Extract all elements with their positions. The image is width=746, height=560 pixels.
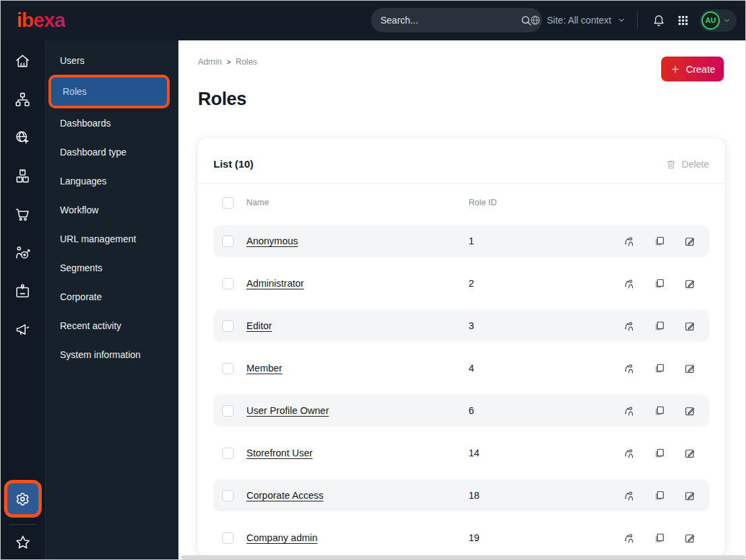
edit-button[interactable] [683, 447, 696, 460]
role-name-link[interactable]: Corporate Access [246, 490, 469, 501]
row-checkbox[interactable] [222, 405, 234, 417]
nav-products[interactable] [0, 157, 46, 195]
role-name-link[interactable]: Administrator [246, 278, 469, 289]
sidebar-item-url-management[interactable]: URL management [46, 224, 178, 253]
topbar: ibexa Site: All context AU [0, 0, 746, 40]
role-name-link[interactable]: Member [246, 363, 469, 374]
copy-button[interactable] [653, 447, 666, 460]
nav-home[interactable] [0, 42, 46, 80]
role-id: 19 [469, 532, 618, 543]
breadcrumb-admin[interactable]: Admin [198, 57, 222, 67]
horizontal-scrollbar[interactable] [181, 555, 745, 559]
site-context-selector[interactable]: Site: All context [529, 14, 626, 26]
copy-button[interactable] [653, 320, 666, 332]
megaphone-icon [14, 321, 31, 338]
row-checkbox[interactable] [222, 532, 234, 544]
rail-divider [9, 524, 36, 525]
nav-corporate[interactable] [0, 272, 46, 310]
copy-button[interactable] [653, 362, 666, 375]
row-checkbox[interactable] [222, 236, 234, 247]
star-icon [14, 534, 32, 551]
plus-icon [670, 64, 681, 75]
apps-grid-button[interactable] [673, 10, 693, 30]
edit-button[interactable] [683, 532, 696, 545]
nav-bookmarks[interactable] [0, 528, 46, 557]
table-row: Editor 3 [213, 310, 709, 342]
search-input[interactable] [380, 15, 520, 26]
assign-user-button[interactable] [623, 489, 636, 502]
sidebar-item-dashboard-type[interactable]: Dashboard type [46, 137, 178, 166]
notifications-button[interactable] [648, 10, 669, 30]
nav-personalization[interactable] [0, 234, 46, 272]
nav-commerce[interactable] [0, 195, 46, 234]
breadcrumb-roles: Roles [236, 57, 257, 67]
sidebar-item-roles[interactable]: Roles [48, 75, 170, 108]
main-content: Admin > Roles Create Roles List (10) Del… [178, 40, 746, 560]
table-row: Administrator 2 [213, 267, 709, 300]
nav-marketing[interactable] [0, 310, 46, 349]
admin-menu: Users Roles Dashboards Dashboard type La… [46, 40, 178, 560]
assign-user-button[interactable] [623, 532, 636, 545]
sidebar-item-languages[interactable]: Languages [46, 166, 178, 195]
assign-user-button[interactable] [623, 320, 636, 332]
assign-user-button[interactable] [623, 447, 636, 460]
sidebar-item-segments[interactable]: Segments [46, 253, 178, 282]
list-title: List (10) [213, 158, 253, 170]
role-id: 18 [469, 490, 618, 501]
global-search[interactable] [371, 8, 542, 32]
role-name-link[interactable]: Storefront User [246, 448, 469, 458]
row-checkbox[interactable] [222, 363, 234, 374]
column-header-role-id: Role ID [469, 198, 618, 207]
edit-button[interactable] [683, 489, 696, 502]
avatar[interactable]: AU [702, 11, 720, 30]
assign-user-button[interactable] [623, 235, 636, 248]
page-title: Roles [198, 89, 246, 110]
globe-cursor-icon [14, 129, 31, 146]
assign-user-button[interactable] [623, 405, 636, 417]
sidebar-item-workflow[interactable]: Workflow [46, 195, 178, 224]
copy-button[interactable] [653, 405, 666, 417]
create-button[interactable]: Create [661, 57, 724, 81]
edit-button[interactable] [683, 362, 696, 375]
edit-button[interactable] [683, 405, 696, 417]
table-header: Name Role ID [213, 190, 709, 215]
row-checkbox[interactable] [222, 448, 234, 459]
ibexa-logo: ibexa [17, 9, 65, 32]
role-name-link[interactable]: User Profile Owner [246, 405, 469, 416]
role-name-link[interactable]: Anonymous [246, 236, 469, 246]
globe-icon [529, 14, 541, 26]
copy-button[interactable] [653, 489, 666, 502]
copy-button[interactable] [653, 277, 666, 290]
role-id: 1 [469, 236, 618, 246]
sidebar-item-system-information[interactable]: System information [46, 340, 178, 369]
edit-button[interactable] [683, 235, 696, 248]
edit-button[interactable] [683, 277, 696, 290]
cart-icon [14, 206, 31, 223]
copy-button[interactable] [653, 532, 666, 545]
sidebar-item-users[interactable]: Users [46, 46, 178, 75]
select-all-checkbox[interactable] [222, 197, 234, 209]
assign-user-button[interactable] [623, 362, 636, 375]
row-checkbox[interactable] [222, 320, 234, 332]
nav-content-tree[interactable] [0, 80, 46, 118]
edit-button[interactable] [683, 320, 696, 332]
sidebar-item-corporate[interactable]: Corporate [46, 282, 178, 311]
delete-button[interactable]: Delete [665, 159, 709, 170]
table-row: Corporate Access 18 [213, 479, 709, 512]
user-menu[interactable]: AU [700, 9, 737, 32]
target-user-icon [14, 244, 31, 261]
trash-icon [665, 159, 677, 170]
role-id: 3 [469, 320, 618, 331]
role-id: 4 [469, 363, 618, 374]
sidebar-item-recent-activity[interactable]: Recent activity [46, 311, 178, 340]
role-name-link[interactable]: Company admin [246, 532, 469, 543]
sidebar-item-dashboards[interactable]: Dashboards [46, 108, 178, 137]
nav-admin-settings[interactable] [4, 480, 42, 518]
copy-button[interactable] [653, 235, 666, 248]
nav-site[interactable] [0, 118, 46, 157]
row-checkbox[interactable] [222, 490, 234, 501]
row-checkbox[interactable] [222, 278, 234, 289]
role-name-link[interactable]: Editor [246, 320, 469, 331]
assign-user-button[interactable] [623, 277, 636, 290]
breadcrumb: Admin > Roles [198, 57, 257, 67]
